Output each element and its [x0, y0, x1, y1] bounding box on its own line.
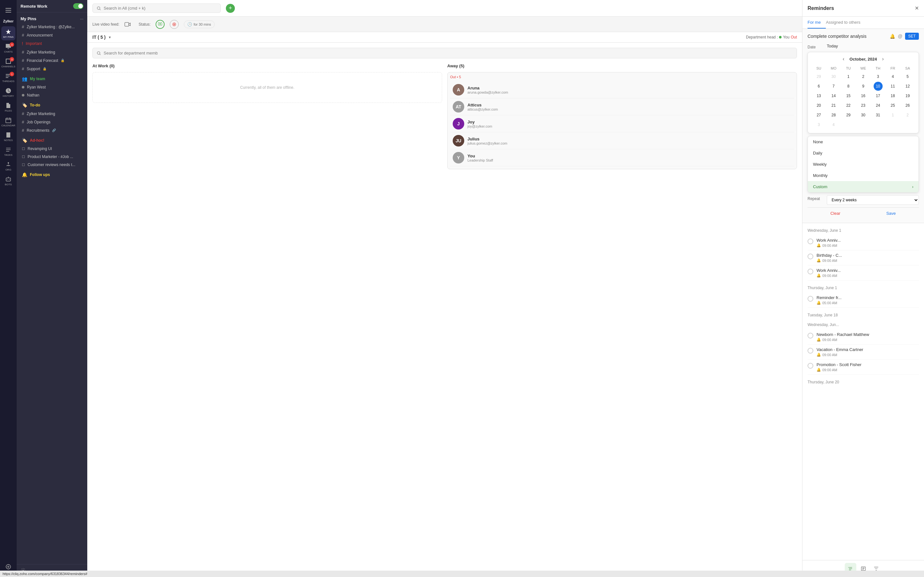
cal-day-5[interactable]: 5 [903, 72, 912, 81]
reminder-item-promotion[interactable]: Promotion - Scott Fisher 🔔 09:00 AM [808, 359, 919, 375]
close-reminders-btn[interactable]: ✕ [915, 5, 919, 11]
reminder-check-7[interactable] [808, 363, 813, 369]
cal-day-18[interactable]: 18 [888, 91, 897, 100]
pin-item-job-openings[interactable]: # Job Openings [18, 118, 86, 126]
cal-day-13[interactable]: 13 [814, 91, 823, 100]
pin-item-ryan-west[interactable]: Ryan West [18, 83, 86, 91]
cal-day-14[interactable]: 14 [829, 91, 838, 100]
pins-menu-btn[interactable]: ··· [80, 16, 83, 21]
search-members-bar[interactable] [92, 48, 797, 58]
cal-day-8[interactable]: 8 [844, 82, 853, 91]
cal-day-31[interactable]: 31 [874, 111, 883, 119]
member-you[interactable]: Y You Leadership Staff [450, 149, 794, 166]
add-button[interactable]: + [226, 4, 235, 13]
pin-item-zylker-marketing[interactable]: # Zylker Marketing : @Zylke... [18, 23, 86, 31]
cal-day-25[interactable]: 25 [888, 101, 897, 110]
sidebar-item-channels[interactable]: 3 CHANNELS [1, 56, 15, 70]
pin-item-support[interactable]: # Support 🔒 [18, 65, 86, 73]
reminder-check-5[interactable] [808, 333, 813, 338]
reminder-item-work-anniv[interactable]: Work Anniv... 🔔 09:00 AM [808, 235, 919, 250]
cal-day-24[interactable]: 24 [874, 101, 883, 110]
channel-dropdown[interactable]: ▼ [108, 35, 111, 39]
clear-button[interactable]: Clear [808, 208, 863, 219]
cal-day-6[interactable]: 6 [814, 82, 823, 91]
sidebar-item-my-pins[interactable]: MY PINS [1, 26, 15, 40]
sidebar-item-chats[interactable]: 3 CHATS [1, 41, 15, 55]
cal-day-15[interactable]: 15 [844, 91, 853, 100]
tab-assigned-to-others[interactable]: Assigned to others [826, 17, 866, 29]
cal-day-20[interactable]: 20 [814, 101, 823, 110]
cal-day-1-next[interactable]: 1 [888, 111, 897, 119]
pin-item-important[interactable]: ! Important [18, 39, 86, 48]
set-button[interactable]: SET [905, 33, 919, 40]
repeat-select[interactable]: Every 2 weeks [827, 195, 919, 205]
search-bar[interactable] [92, 3, 221, 13]
sidebar-item-bots[interactable]: BOTS [1, 174, 15, 188]
at-icon-btn[interactable]: @ [898, 34, 902, 39]
cal-day-9[interactable]: 9 [859, 82, 867, 91]
reminder-check-3[interactable] [808, 269, 813, 274]
remote-work-toggle[interactable] [73, 3, 83, 9]
member-joy[interactable]: J Joy joy@zylker.com [450, 115, 794, 132]
search-input[interactable] [103, 6, 216, 11]
hamburger-menu[interactable] [1, 3, 15, 17]
sidebar-item-history[interactable]: HISTORY [1, 85, 15, 99]
reminder-check-1[interactable] [808, 239, 813, 244]
cal-day-10-today[interactable]: 10 [874, 82, 883, 91]
target-icon[interactable] [170, 20, 179, 29]
pin-item-zylker-marketing-2[interactable]: # Zylker Marketing [18, 48, 86, 56]
cal-day-22[interactable]: 22 [844, 101, 853, 110]
member-julius[interactable]: JU Julius julius.gomez@zylker.com [450, 132, 794, 149]
pin-item-recruitments[interactable]: # Recruitments 🔗 [18, 126, 86, 134]
cal-day-17[interactable]: 17 [874, 91, 883, 100]
reminder-item-vacation[interactable]: Vacation - Emma Cartner 🔔 09:00 AM [808, 345, 919, 359]
cal-day-12[interactable]: 12 [903, 82, 912, 91]
repeat-custom[interactable]: Custom › [808, 181, 919, 192]
cal-day-28[interactable]: 28 [829, 111, 838, 119]
save-button[interactable]: Save [863, 208, 919, 219]
cal-day-29-prev[interactable]: 29 [814, 72, 823, 81]
reminder-check-6[interactable] [808, 348, 813, 354]
reminder-item-newborn[interactable]: Newborn - Rachael Matthew 🔔 09:00 AM [808, 330, 919, 345]
cal-day-30-prev[interactable]: 30 [829, 72, 838, 81]
pin-item-zylker-mkt-3[interactable]: # Zylker Marketing [18, 110, 86, 118]
pin-item-product-marketer[interactable]: ☐ Product Marketer - #Job ... [18, 153, 86, 161]
cal-day-11[interactable]: 11 [888, 82, 897, 91]
reminder-check-4[interactable] [808, 296, 813, 301]
repeat-none[interactable]: None [808, 136, 919, 147]
cal-day-27[interactable]: 27 [814, 111, 823, 119]
member-atticus[interactable]: AT Atticus atticus@zylker.com [450, 98, 794, 115]
cal-day-3-next[interactable]: 3 [814, 120, 823, 129]
reminder-item-reminder-fr[interactable]: Reminder fr... 🔔 05:00 AM [808, 293, 919, 308]
repeat-monthly[interactable]: Monthly [808, 170, 919, 181]
cal-day-4-next[interactable]: 4 [829, 120, 838, 129]
repeat-daily[interactable]: Daily [808, 147, 919, 159]
tab-for-me[interactable]: For me [808, 17, 826, 29]
pin-item-announcement[interactable]: # Announcement [18, 31, 86, 39]
sidebar-item-notes[interactable]: NOTES [1, 129, 15, 143]
sidebar-item-org[interactable]: ORG [1, 159, 15, 173]
cal-day-7[interactable]: 7 [829, 82, 838, 91]
cal-day-19[interactable]: 19 [903, 91, 912, 100]
cal-day-3[interactable]: 3 [874, 72, 883, 81]
date-value[interactable]: Today [827, 44, 919, 48]
cal-day-26[interactable]: 26 [903, 101, 912, 110]
cal-day-16[interactable]: 16 [859, 91, 867, 100]
reminder-item-work-anniv-2[interactable]: Work Anniv... 🔔 09:00 AM [808, 266, 919, 280]
video-icon[interactable] [124, 22, 131, 27]
cal-day-29[interactable]: 29 [844, 111, 853, 119]
cal-prev-btn[interactable]: ‹ [843, 56, 845, 62]
cal-next-btn[interactable]: › [882, 56, 884, 62]
status-badge[interactable] [156, 20, 165, 29]
repeat-weekly[interactable]: Weekly [808, 159, 919, 170]
cal-day-30[interactable]: 30 [859, 111, 867, 119]
pin-item-customer-reviews[interactable]: ☐ Customer reviews needs t... [18, 161, 86, 169]
reminder-item-birthday[interactable]: Birthday - C... 🔔 09:00 AM [808, 250, 919, 266]
sidebar-item-threads[interactable]: 1 THREADS [1, 71, 15, 85]
member-aruna[interactable]: A Aruna aruna.gowda@zylker.com [450, 81, 794, 98]
cal-day-1[interactable]: 1 [844, 72, 853, 81]
reminder-check-2[interactable] [808, 253, 813, 259]
cal-day-4[interactable]: 4 [888, 72, 897, 81]
pin-item-financial-forecast[interactable]: # Financial Forecast 🔒 [18, 56, 86, 64]
pin-item-revamping[interactable]: ☐ Revamping UI [18, 145, 86, 153]
